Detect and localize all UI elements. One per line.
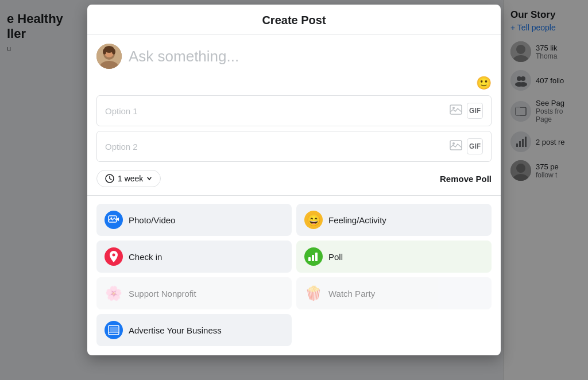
nonprofit-icon: 🌸 bbox=[105, 284, 123, 303]
watchparty-icon: 🍿 bbox=[304, 284, 323, 303]
modal-body: Ask something... 🙂 Option 1 bbox=[87, 34, 501, 355]
checkin-label: Check in bbox=[129, 252, 162, 262]
option2-gif-button[interactable]: GIF bbox=[467, 138, 483, 154]
duration-row: 1 week Remove Poll bbox=[96, 170, 492, 187]
advertise-label: Advertise Your Business bbox=[129, 325, 222, 335]
option1-icons: GIF bbox=[450, 103, 483, 119]
option1-gif-button[interactable]: GIF bbox=[467, 103, 483, 119]
option1-placeholder: Option 1 bbox=[105, 106, 138, 116]
modal-backdrop: Create Post Ask somethi bbox=[0, 0, 588, 380]
photo-video-icon bbox=[105, 211, 123, 229]
option2-icons: GIF bbox=[450, 138, 483, 154]
option1-image-icon[interactable] bbox=[450, 103, 462, 118]
poll-option-1[interactable]: Option 1 GIF bbox=[96, 95, 492, 126]
svg-point-30 bbox=[113, 254, 115, 257]
svg-rect-25 bbox=[450, 141, 462, 150]
action-feeling[interactable]: 😄 Feeling/Activity bbox=[296, 204, 492, 236]
modal-header: Create Post bbox=[87, 5, 501, 34]
ask-placeholder[interactable]: Ask something... bbox=[129, 48, 239, 65]
emoji-button[interactable]: 🙂 bbox=[476, 76, 492, 91]
user-row: Ask something... bbox=[96, 44, 492, 69]
svg-point-22 bbox=[112, 49, 115, 55]
action-poll[interactable]: Poll bbox=[296, 241, 492, 273]
poll-label: Poll bbox=[328, 252, 343, 262]
actions-grid: Photo/Video 😄 Feeling/Activity bbox=[96, 204, 492, 346]
option2-placeholder: Option 2 bbox=[105, 142, 138, 152]
create-post-modal: Create Post Ask somethi bbox=[87, 5, 501, 355]
checkin-icon bbox=[105, 247, 123, 266]
svg-rect-23 bbox=[450, 105, 462, 114]
poll-option-2[interactable]: Option 2 GIF bbox=[96, 131, 492, 162]
action-photo-video[interactable]: Photo/Video bbox=[96, 204, 292, 236]
clock-icon bbox=[105, 174, 114, 183]
feeling-label: Feeling/Activity bbox=[328, 215, 386, 225]
watchparty-label: Watch Party bbox=[328, 289, 375, 298]
advertise-icon bbox=[105, 321, 123, 339]
action-watchparty: 🍿 Watch Party bbox=[296, 277, 492, 309]
svg-rect-32 bbox=[312, 255, 314, 261]
poll-icon bbox=[304, 247, 323, 266]
action-nonprofit: 🌸 Support Nonprofit bbox=[96, 277, 292, 309]
duration-button[interactable]: 1 week bbox=[96, 170, 161, 187]
svg-rect-33 bbox=[315, 253, 318, 261]
remove-poll-button[interactable]: Remove Poll bbox=[440, 174, 492, 184]
svg-rect-35 bbox=[110, 327, 118, 332]
svg-point-24 bbox=[452, 107, 455, 109]
option2-image-icon[interactable] bbox=[450, 139, 462, 154]
action-checkin[interactable]: Check in bbox=[96, 241, 292, 273]
duration-label: 1 week bbox=[118, 174, 143, 183]
feeling-icon: 😄 bbox=[304, 211, 323, 229]
action-advertise[interactable]: Advertise Your Business bbox=[96, 314, 292, 346]
photo-video-label: Photo/Video bbox=[129, 215, 175, 225]
chevron-down-icon bbox=[146, 176, 152, 181]
svg-point-21 bbox=[103, 49, 106, 55]
emoji-row: 🙂 bbox=[96, 76, 492, 91]
modal-title: Create Post bbox=[262, 14, 326, 26]
divider bbox=[87, 195, 501, 196]
user-avatar bbox=[96, 44, 122, 69]
svg-point-26 bbox=[452, 142, 455, 145]
nonprofit-label: Support Nonprofit bbox=[129, 289, 196, 298]
svg-rect-31 bbox=[308, 257, 311, 261]
